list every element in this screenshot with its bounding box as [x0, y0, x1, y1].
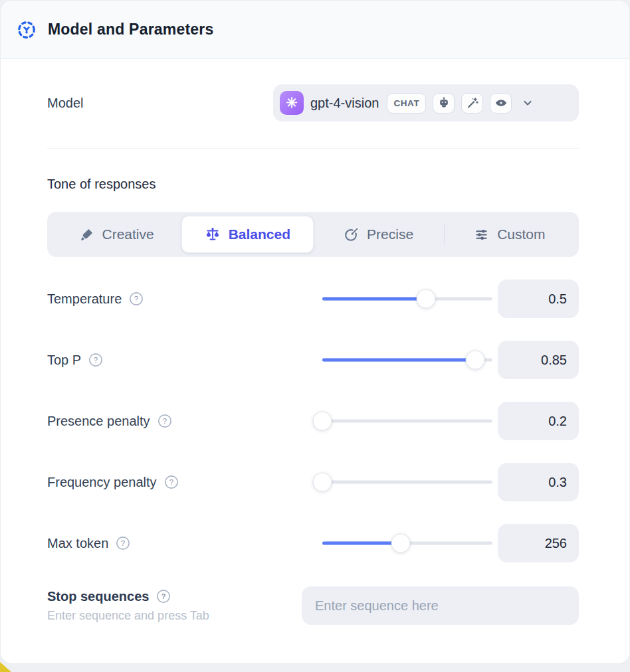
frequency-penalty-value[interactable]: 0.3	[498, 463, 579, 501]
model-type-badge: CHAT	[387, 93, 426, 114]
svg-text:?: ?	[94, 356, 98, 364]
openai-logo: ✳	[280, 91, 304, 115]
max-token-value[interactable]: 256	[498, 524, 579, 562]
help-icon[interactable]: ?	[88, 353, 103, 367]
tab-balanced[interactable]: Balanced	[181, 216, 313, 253]
stop-sequences-hint: Enter sequence and press Tab	[47, 609, 302, 623]
slider-thumb[interactable]	[417, 290, 436, 309]
svg-text:?: ?	[134, 295, 138, 303]
presence-penalty-value[interactable]: 0.2	[498, 402, 579, 440]
model-select[interactable]: ✳ gpt-4-vision CHAT	[273, 84, 579, 122]
svg-text:?: ?	[121, 539, 125, 547]
selected-model-name: gpt-4-vision	[310, 96, 379, 111]
chevron-down-icon	[521, 96, 534, 110]
help-icon[interactable]: ?	[156, 589, 171, 604]
slider-fill	[322, 359, 475, 362]
top-p-row: Top P ? 0.85	[47, 341, 579, 379]
temperature-label: Temperature	[47, 292, 122, 307]
help-icon[interactable]: ?	[129, 292, 144, 306]
frequency-penalty-slider[interactable]	[322, 472, 492, 492]
tab-custom[interactable]: Custom	[445, 216, 575, 253]
tab-label: Creative	[102, 226, 154, 242]
divider	[47, 148, 579, 149]
slider-track	[322, 481, 492, 484]
model-parameters-icon	[17, 20, 37, 40]
svg-text:?: ?	[162, 417, 166, 425]
tab-label: Precise	[367, 226, 413, 242]
model-parameters-panel: Model and Parameters Model ✳ gpt-4-visio…	[0, 0, 630, 664]
tab-precise[interactable]: Precise	[314, 216, 444, 253]
target-arrow-icon	[344, 227, 359, 242]
slider-fill	[322, 297, 426, 301]
paintbrush-icon	[79, 227, 94, 242]
slider-track	[322, 420, 492, 423]
tab-label: Balanced	[229, 226, 290, 242]
tab-creative[interactable]: Creative	[51, 216, 181, 253]
top-p-value[interactable]: 0.85	[498, 341, 579, 379]
temperature-value[interactable]: 0.5	[498, 280, 579, 318]
temperature-slider[interactable]	[322, 289, 492, 309]
help-icon[interactable]: ?	[158, 414, 172, 428]
presence-penalty-slider[interactable]	[322, 411, 492, 431]
presence-penalty-row: Presence penalty ? 0.2	[47, 402, 579, 440]
slider-thumb[interactable]	[313, 473, 332, 492]
stop-sequences-row: Stop sequences ? Enter sequence and pres…	[47, 586, 579, 625]
frequency-penalty-row: Frequency penalty ? 0.3	[47, 463, 579, 501]
slider-thumb[interactable]	[313, 412, 332, 431]
presence-penalty-label: Presence penalty	[47, 414, 150, 429]
balance-scale-icon	[205, 226, 221, 242]
svg-text:?: ?	[169, 478, 173, 486]
svg-text:?: ?	[161, 592, 166, 600]
stop-sequence-input[interactable]	[302, 586, 579, 625]
help-icon[interactable]: ?	[164, 475, 179, 489]
max-token-label: Max token	[47, 536, 108, 551]
frequency-penalty-label: Frequency penalty	[47, 475, 157, 490]
sliders-icon	[474, 227, 489, 242]
vision-eye-icon	[490, 93, 512, 114]
stop-sequences-label: Stop sequences	[47, 589, 149, 604]
max-token-row: Max token ? 256	[47, 524, 579, 562]
slider-thumb[interactable]	[466, 351, 485, 370]
top-p-label: Top P	[47, 353, 81, 368]
panel-header: Model and Parameters	[1, 1, 629, 59]
robot-icon	[433, 93, 455, 114]
help-icon[interactable]: ?	[116, 536, 130, 550]
slider-thumb[interactable]	[391, 534, 410, 553]
model-label: Model	[47, 96, 83, 111]
slider-fill	[322, 542, 401, 545]
tone-tab-bar: Creative Balanced	[47, 212, 579, 257]
panel-title: Model and Parameters	[48, 21, 213, 39]
tone-heading: Tone of responses	[47, 177, 579, 192]
model-row: Model ✳ gpt-4-vision CHAT	[47, 84, 579, 122]
top-p-slider[interactable]	[322, 350, 492, 370]
max-token-slider[interactable]	[322, 533, 492, 553]
magic-wand-icon	[461, 93, 483, 114]
tab-label: Custom	[497, 226, 545, 242]
temperature-row: Temperature ? 0.5	[47, 280, 579, 318]
